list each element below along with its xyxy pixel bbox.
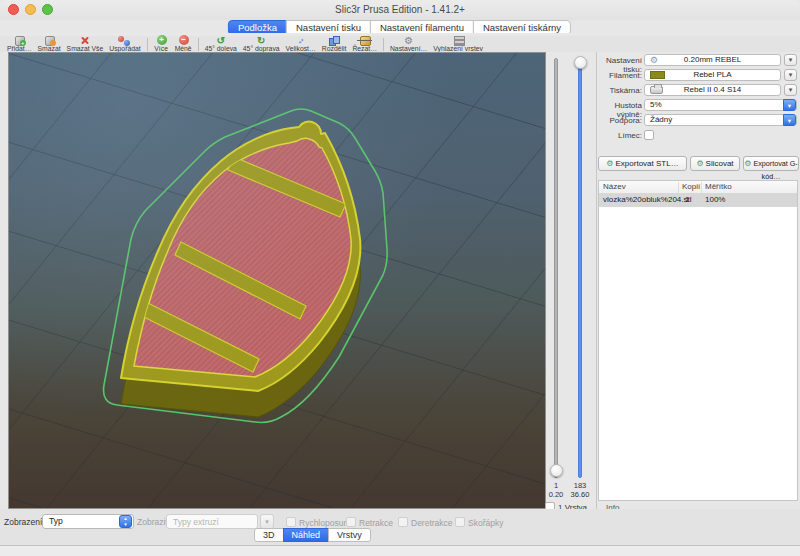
display-mode-select[interactable]: Typ ▲▼	[42, 514, 134, 529]
extrusion-type-combo[interactable]	[166, 514, 258, 529]
settings-icon: ⚙	[401, 36, 416, 45]
column-header-copies[interactable]: Kopií	[682, 182, 700, 191]
retractions-label: Retrakce	[359, 518, 393, 528]
delete-icon	[42, 36, 57, 45]
filament-dropdown-button[interactable]: ▾	[784, 69, 797, 81]
window-title: Slic3r Prusa Edition - 1.41.2+	[0, 4, 800, 15]
extrusion-type-input[interactable]	[167, 515, 257, 528]
chevron-down-icon[interactable]: ▾	[783, 114, 796, 126]
toolbar-separator	[147, 38, 148, 51]
fewer-icon: −	[176, 36, 191, 45]
add-icon: +	[12, 36, 27, 45]
delete-all-button[interactable]: Smazat Vše	[64, 36, 107, 52]
shells-label: Skořápky	[468, 518, 503, 528]
layer-smoothing-button[interactable]: Vyhlazení vrstev	[430, 36, 486, 52]
view-tab-bar: 3D Náhled Vrstvy	[255, 528, 371, 542]
print-settings-combo[interactable]: ⚙ 0.20mm REBEL	[644, 54, 781, 66]
status-bar	[0, 545, 800, 556]
rotate-left-icon: ↺	[213, 36, 228, 45]
delete-button[interactable]: Smazat	[35, 36, 64, 52]
view-tab-3d[interactable]: 3D	[254, 528, 284, 542]
fewer-copies-button[interactable]: − Méně	[172, 36, 195, 52]
column-header-scale[interactable]: Měřítko	[705, 182, 732, 191]
support-select[interactable]: Žádný ▾	[644, 114, 797, 126]
toolbar: + Přidat… Smazat Smazat Vše Uspořádat + …	[0, 36, 800, 52]
toolbar-separator	[198, 38, 199, 51]
export-stl-button[interactable]: ⚙Exportovat STL…	[598, 156, 687, 171]
brim-checkbox[interactable]	[644, 130, 654, 140]
scale-button[interactable]: ↔ Velikost…	[283, 36, 319, 52]
object-list[interactable]: Název Kopií Měřítko vlozka%20obluk%204.s…	[598, 180, 798, 501]
show-label: Zobrazit	[137, 517, 168, 527]
chevron-down-icon: ▾	[265, 518, 269, 525]
brim-label: Límec:	[598, 131, 642, 140]
export-icon: ⚙	[606, 159, 613, 168]
layer-slider-max-track[interactable]	[578, 58, 582, 478]
layer-slider-min-knob[interactable]	[550, 464, 563, 477]
split-button[interactable]: Rozdělit	[319, 36, 350, 52]
slider-max-height: 36.60	[563, 490, 597, 499]
viewport-lighting	[9, 53, 545, 508]
cut-icon	[357, 36, 372, 45]
filament-combo[interactable]: Rebel PLA	[644, 69, 781, 81]
stepper-arrows-icon[interactable]: ▲▼	[119, 515, 132, 528]
layer-slider-min-track[interactable]	[554, 58, 558, 478]
support-label: Podpora:	[598, 116, 642, 125]
chevron-down-icon: ▾	[789, 71, 793, 78]
split-icon	[327, 36, 342, 45]
titlebar: Slic3r Prusa Edition - 1.41.2+	[0, 0, 800, 20]
slice-icon: ⚙	[696, 159, 703, 168]
layer-slider-max-knob[interactable]	[574, 56, 587, 69]
slider-max-value: 183	[563, 481, 597, 490]
travel-checkbox[interactable]	[286, 517, 296, 527]
display-label: Zobrazení	[4, 517, 42, 527]
export-gcode-button[interactable]: ⚙Exportovat G-kód…	[743, 156, 799, 171]
printer-dropdown-button[interactable]: ▾	[784, 84, 797, 96]
unretractions-checkbox[interactable]	[398, 517, 408, 527]
printer-label: Tiskárna:	[598, 86, 642, 95]
object-settings-button[interactable]: ⚙ Nastavení…	[387, 36, 430, 52]
arrange-icon	[117, 36, 132, 45]
panel-divider[interactable]	[596, 52, 597, 546]
more-copies-button[interactable]: + Více	[151, 36, 172, 52]
chevron-down-icon: ▾	[789, 56, 793, 63]
view-tab-preview[interactable]: Náhled	[283, 528, 330, 542]
toolbar-separator	[383, 38, 384, 51]
printer-icon	[650, 86, 663, 94]
print-settings-dropdown-button[interactable]: ▾	[784, 54, 797, 66]
object-list-header: Název Kopií Měřítko	[599, 181, 797, 194]
arrange-button[interactable]: Uspořádat	[106, 36, 143, 52]
print-settings-icon: ⚙	[650, 56, 658, 65]
rotate-right-button[interactable]: ↻ 45° doprava	[240, 36, 283, 52]
slice-button[interactable]: ⚙Slicovat	[690, 156, 740, 171]
cut-button[interactable]: Řezat…	[349, 36, 380, 52]
export-icon: ⚙	[744, 159, 751, 168]
layer-smoothing-icon	[451, 36, 466, 45]
object-scale-cell: 100%	[705, 195, 725, 204]
travel-label: Rychloposun	[299, 518, 348, 528]
delete-all-icon	[77, 36, 92, 45]
table-row[interactable]: vlozka%20obluk%204.stl 1 100%	[599, 194, 797, 207]
column-header-name[interactable]: Název	[603, 182, 626, 191]
object-name-cell: vlozka%20obluk%204.stl	[603, 195, 692, 204]
shells-checkbox[interactable]	[455, 517, 465, 527]
chevron-down-icon[interactable]: ▾	[783, 99, 796, 111]
chevron-down-icon: ▾	[789, 86, 793, 93]
object-copies-cell: 1	[685, 195, 689, 204]
more-icon: +	[154, 36, 169, 45]
view-tab-layers[interactable]: Vrstvy	[328, 528, 371, 542]
rotate-right-icon: ↻	[254, 36, 269, 45]
filament-swatch	[650, 71, 665, 79]
rotate-left-button[interactable]: ↺ 45° doleva	[202, 36, 240, 52]
filament-label: Filament:	[598, 71, 642, 80]
settings-panel: Nastavení tisku: ⚙ 0.20mm REBEL ▾ Filame…	[598, 52, 800, 556]
printer-combo[interactable]: Rebel II 0.4 S14	[644, 84, 781, 96]
retractions-checkbox[interactable]	[346, 517, 356, 527]
infill-select[interactable]: 5% ▾	[644, 99, 797, 111]
add-button[interactable]: + Přidat…	[4, 36, 35, 52]
3d-viewport[interactable]	[8, 52, 546, 509]
scale-icon: ↔	[293, 36, 308, 45]
unretractions-label: Deretrakce	[411, 518, 453, 528]
extrusion-type-dropdown-button[interactable]: ▾	[260, 514, 274, 529]
